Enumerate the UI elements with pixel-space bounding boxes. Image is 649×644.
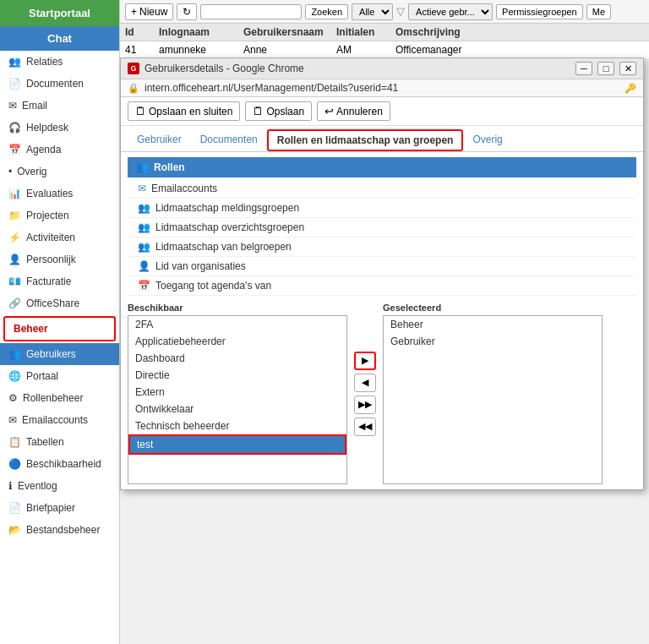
transfer-all-right-button[interactable]: ▶▶: [354, 396, 376, 414]
filter-select-actieve[interactable]: Actieve gebr...: [408, 3, 493, 20]
search-button[interactable]: Zoeken: [305, 4, 348, 19]
available-list[interactable]: 2FA Applicatiebeheerder Dashboard Direct…: [128, 315, 347, 484]
sidebar-item-emailaccounts[interactable]: ✉Emailaccounts: [0, 409, 119, 431]
main-area: +Nieuw ↻ Zoeken Alle ▽ Actieve gebr... P…: [120, 0, 649, 644]
tab-documenten[interactable]: Documenten: [191, 129, 267, 151]
rollen-icon: 👥: [136, 161, 149, 173]
table-header: Id Inlognaam Gebruikersnaam Initialen Om…: [120, 24, 649, 41]
key-icon: 🔑: [624, 83, 636, 94]
minimize-button[interactable]: ─: [575, 62, 592, 75]
list-item-applicatiebeheerder[interactable]: Applicatiebeheerder: [128, 333, 346, 350]
list-item-dashboard[interactable]: Dashboard: [128, 350, 346, 367]
sidebar-item-officeshare[interactable]: 🔗OfficeShare: [0, 292, 119, 314]
permissie-button[interactable]: Permissiegroepen: [496, 4, 583, 19]
sidebar-startportaal[interactable]: Startportaal: [0, 0, 119, 26]
sidebar-beheer-label: Beheer: [3, 316, 116, 341]
cell-desc: Officemanager: [395, 44, 644, 56]
cell-username: Anne: [243, 44, 336, 56]
group-icon-1: 👥: [138, 202, 150, 214]
rollen-section-header: 👥 Rollen: [128, 157, 636, 177]
transfer-left-button[interactable]: ◀: [354, 374, 376, 392]
table-row[interactable]: 41 amunneke Anne AM Officemanager: [120, 41, 649, 59]
popup-tabs: Gebruiker Documenten Rollen en lidmaatsc…: [121, 126, 643, 152]
save-close-button[interactable]: 🗒 Opslaan en sluiten: [128, 101, 240, 121]
tab-rollen[interactable]: Rollen en lidmaatschap van groepen: [267, 129, 464, 151]
sidebar-item-email[interactable]: ✉Email: [0, 95, 119, 117]
sidebar-item-projecten[interactable]: 📁Projecten: [0, 205, 119, 226]
col-header-desc: Omschrijving: [395, 26, 644, 38]
transfer-buttons: ▶ ◀ ▶▶ ◀◀: [347, 303, 383, 484]
sidebar-item-portaal[interactable]: 🌐Portaal: [0, 365, 119, 387]
lists-container: Beschikbaar 2FA Applicatiebeheerder Dash…: [128, 303, 636, 484]
list-item-test[interactable]: test: [128, 434, 346, 455]
sidebar-item-relaties[interactable]: 👥Relaties: [0, 51, 119, 73]
nieuw-button[interactable]: +Nieuw: [125, 3, 173, 20]
section-row-meldingsgroepen[interactable]: 👥 Lidmaatschap meldingsgroepen: [128, 199, 636, 218]
sidebar-item-briefpapier[interactable]: 📄Briefpapier: [0, 497, 119, 519]
close-button[interactable]: ✕: [619, 62, 636, 75]
tab-gebruiker[interactable]: Gebruiker: [128, 129, 191, 151]
transfer-right-button[interactable]: ▶: [354, 352, 376, 370]
transfer-all-left-button[interactable]: ◀◀: [354, 418, 376, 436]
save-close-icon: 🗒: [135, 105, 146, 117]
group-icon-3: 👥: [138, 241, 150, 253]
section-row-emailaccounts[interactable]: ✉ Emailaccounts: [128, 179, 636, 199]
sidebar-item-activiteiten[interactable]: ⚡Activiteiten: [0, 226, 119, 248]
sidebar-item-rollenbeheer[interactable]: ⚙Rollenbeheer: [0, 387, 119, 409]
org-icon: 👤: [138, 260, 150, 272]
sidebar-chat[interactable]: Chat: [0, 26, 119, 51]
save-icon: 🗒: [253, 105, 264, 117]
chrome-favicon: G: [128, 63, 139, 74]
chrome-popup: G Gebruikersdetails - Google Chrome ─ □ …: [120, 57, 644, 490]
sidebar-item-eventlog[interactable]: ℹEventlog: [0, 475, 119, 497]
list-item-extern[interactable]: Extern: [128, 384, 346, 401]
section-row-organisaties[interactable]: 👤 Lid van organisaties: [128, 257, 636, 276]
selected-list-section: Geselecteerd Beheer Gebruiker: [383, 303, 603, 484]
section-row-overzichtsgroepen[interactable]: 👥 Lidmaatschap overzichtsgroepen: [128, 218, 636, 237]
refresh-button[interactable]: ↻: [177, 3, 197, 20]
sidebar-item-agenda[interactable]: 📅Agenda: [0, 139, 119, 161]
list-item-gebruiker[interactable]: Gebruiker: [384, 333, 602, 350]
sidebar-item-gebruikers[interactable]: 👥Gebruikers: [0, 343, 119, 365]
chrome-titlebar: G Gebruikersdetails - Google Chrome ─ □ …: [121, 58, 643, 79]
selected-list[interactable]: Beheer Gebruiker: [383, 315, 603, 484]
list-item-2fa[interactable]: 2FA: [128, 316, 346, 333]
col-header-login: Inlognaam: [159, 26, 243, 38]
mail-icon: ✉: [138, 183, 146, 194]
tab-overig[interactable]: Overig: [463, 129, 511, 151]
sidebar-item-beschikbaarheid[interactable]: 🔵Beschikbaarheid: [0, 453, 119, 475]
cell-id: 41: [125, 44, 159, 56]
sidebar-item-documenten[interactable]: 📄Documenten: [0, 73, 119, 95]
maximize-button[interactable]: □: [597, 62, 614, 75]
sidebar-item-facturatie[interactable]: 💶Facturatie: [0, 270, 119, 292]
save-button[interactable]: 🗒 Opslaan: [245, 101, 312, 121]
list-item-ontwikkelaar[interactable]: Ontwikkelaar: [128, 401, 346, 418]
section-row-agenda[interactable]: 📅 Toegang tot agenda's van: [128, 276, 636, 296]
chrome-window-controls: ─ □ ✕: [575, 62, 636, 75]
section-row-belgroepen[interactable]: 👥 Lidmaatschap van belgroepen: [128, 237, 636, 257]
url-text[interactable]: intern.officeheart.nl/UserManagement/Det…: [145, 82, 619, 94]
sidebar-item-bestandsbeheer[interactable]: 📂Bestandsbeheer: [0, 519, 119, 541]
sidebar-item-overig[interactable]: •Overig: [0, 161, 119, 183]
available-list-section: Beschikbaar 2FA Applicatiebeheerder Dash…: [128, 303, 347, 484]
list-item-directie[interactable]: Directie: [128, 367, 346, 384]
agenda-icon: 📅: [138, 280, 150, 292]
sidebar-item-helpdesk[interactable]: 🎧Helpdesk: [0, 117, 119, 139]
sidebar-item-tabellen[interactable]: 📋Tabellen: [0, 431, 119, 453]
popup-toolbar: 🗒 Opslaan en sluiten 🗒 Opslaan ↩ Annuler…: [121, 97, 643, 126]
sidebar-item-evaluaties[interactable]: 📊Evaluaties: [0, 183, 119, 205]
cancel-button[interactable]: ↩ Annuleren: [317, 101, 390, 121]
col-header-initials: Initialen: [336, 26, 395, 38]
sidebar: Startportaal Chat 👥Relaties 📄Documenten …: [0, 0, 120, 644]
list-item-technisch[interactable]: Technisch beheerder: [128, 418, 346, 434]
sidebar-item-persoonlijk[interactable]: 👤Persoonlijk: [0, 248, 119, 270]
filter-select-alle[interactable]: Alle: [352, 3, 393, 20]
main-toolbar: +Nieuw ↻ Zoeken Alle ▽ Actieve gebr... P…: [120, 0, 649, 24]
group-icon-2: 👥: [138, 221, 150, 233]
search-input[interactable]: [200, 4, 302, 19]
list-item-beheer[interactable]: Beheer: [384, 316, 602, 333]
cancel-icon: ↩: [324, 105, 334, 117]
cell-initials: AM: [336, 44, 395, 56]
me-button[interactable]: Me: [586, 4, 611, 19]
selected-label: Geselecteerd: [383, 303, 603, 313]
